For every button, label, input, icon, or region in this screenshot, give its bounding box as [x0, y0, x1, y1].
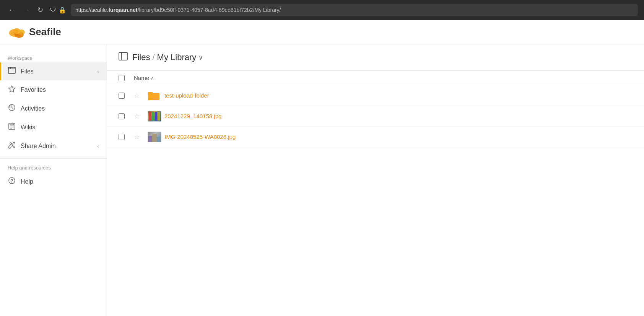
svg-point-16	[14, 147, 15, 148]
image-thumbnail-2	[148, 132, 161, 142]
activities-icon	[8, 104, 16, 113]
breadcrumb-current: My Library ∨	[157, 52, 203, 62]
image-thumbnail-1	[148, 111, 161, 122]
sidebar-files-label: Files	[21, 68, 34, 75]
help-section-label: Help and resources	[0, 162, 107, 172]
svg-rect-9	[9, 123, 15, 129]
files-icon	[8, 67, 16, 76]
seafile-logo-icon	[8, 24, 26, 40]
folder-icon-col	[148, 91, 164, 101]
files-chevron: ‹	[97, 68, 99, 75]
star-icon-3[interactable]: ☆	[134, 133, 140, 141]
sidebar-item-share-admin[interactable]: Share Admin ‹	[0, 137, 107, 155]
file-row[interactable]: ☆ IMG-20240525-WA0026.	[107, 127, 644, 147]
share-admin-chevron: ‹	[97, 143, 99, 149]
app-container: Seafile Workspace Files ‹	[0, 20, 644, 316]
svg-marker-7	[9, 86, 15, 92]
lock-icon: 🔒	[59, 7, 66, 14]
star-col-3: ☆	[134, 133, 148, 141]
svg-rect-21	[119, 52, 127, 60]
main-layout: Workspace Files ‹	[0, 44, 644, 316]
sidebar-wikis-label: Wikis	[21, 124, 35, 131]
folder-icon	[148, 91, 160, 101]
logo-text: Seafile	[29, 26, 61, 38]
table-header-row: Name ∧	[107, 71, 644, 85]
breadcrumb-library[interactable]: My Library	[157, 52, 197, 62]
image-icon-col-2	[148, 132, 164, 142]
sidebar-item-favorites[interactable]: Favorites	[0, 80, 107, 99]
file-row[interactable]: ☆ 202	[107, 106, 644, 127]
breadcrumb-files[interactable]: Files	[132, 52, 150, 62]
svg-line-17	[11, 143, 14, 144]
library-grid-icon	[119, 52, 128, 63]
row-checkbox-col	[119, 113, 134, 119]
breadcrumb: Files / My Library ∨	[132, 52, 203, 62]
select-all-checkbox[interactable]	[119, 75, 125, 81]
url-prefix: https://seafile.	[75, 7, 108, 13]
workspace-label: Workspace	[0, 52, 107, 62]
url-path: /library/bd9e50ff-0371-4057-8ad4-69ed61b…	[138, 7, 281, 13]
back-button[interactable]: ←	[6, 5, 18, 15]
sidebar-share-admin-label: Share Admin	[21, 143, 56, 150]
sort-arrow-icon: ∧	[151, 75, 154, 81]
row-checkbox-1[interactable]	[119, 93, 125, 99]
sidebar-activities-label: Activities	[21, 105, 45, 112]
wikis-icon	[8, 122, 16, 132]
file-name-link-1[interactable]: test-upload-folder	[164, 92, 209, 99]
sidebar-divider	[0, 158, 107, 159]
row-checkbox-3[interactable]	[119, 134, 125, 140]
sidebar-item-help[interactable]: ? Help	[0, 172, 107, 191]
logo-area[interactable]: Seafile	[8, 24, 61, 40]
breadcrumb-separator: /	[152, 52, 154, 62]
name-header-label: Name	[134, 75, 149, 81]
star-icon-2[interactable]: ☆	[134, 112, 140, 121]
sidebar: Workspace Files ‹	[0, 44, 107, 316]
row-checkbox-col	[119, 93, 134, 99]
sidebar-item-activities[interactable]: Activities	[0, 99, 107, 118]
sidebar-favorites-label: Favorites	[21, 86, 46, 93]
sidebar-help-label: Help	[21, 178, 33, 185]
file-name-col-3: IMG-20240525-WA0026.jpg	[164, 134, 633, 140]
header-checkbox-col	[119, 75, 134, 81]
share-admin-icon	[8, 141, 16, 151]
url-domain: furqaan.net	[108, 7, 137, 13]
file-name-col-2: 20241229_140158.jpg	[164, 113, 633, 119]
file-name-link-3[interactable]: IMG-20240525-WA0026.jpg	[164, 134, 236, 140]
reload-button[interactable]: ↻	[35, 5, 46, 15]
breadcrumb-dropdown[interactable]: ∨	[198, 54, 203, 61]
file-table: Name ∧ ☆	[107, 71, 644, 147]
row-checkbox-2[interactable]	[119, 113, 125, 119]
file-name-link-2[interactable]: 20241229_140158.jpg	[164, 113, 221, 119]
svg-point-15	[14, 142, 15, 143]
app-header: Seafile	[0, 20, 644, 44]
forward-button[interactable]: →	[21, 5, 32, 15]
row-checkbox-col	[119, 134, 134, 140]
star-col-1: ☆	[134, 91, 148, 100]
help-icon: ?	[8, 177, 16, 186]
sidebar-item-wikis[interactable]: Wikis	[0, 118, 107, 137]
file-name-col-1: test-upload-folder	[164, 92, 633, 99]
image-icon-col-1	[148, 111, 164, 122]
content-area: Files / My Library ∨ Name	[107, 44, 644, 316]
header-name-col[interactable]: Name ∧	[134, 75, 633, 81]
nav-buttons: ← → ↻	[6, 5, 46, 15]
shield-icon: 🛡	[50, 7, 56, 13]
star-col-2: ☆	[134, 112, 148, 121]
svg-rect-4	[8, 67, 15, 73]
security-icons: 🛡 🔒	[50, 7, 66, 14]
address-bar[interactable]: https://seafile.furqaan.net/library/bd9e…	[71, 4, 638, 16]
browser-chrome: ← → ↻ 🛡 🔒 https://seafile.furqaan.net/li…	[0, 0, 644, 20]
content-header: Files / My Library ∨	[107, 44, 644, 71]
favorites-icon	[8, 85, 16, 94]
star-icon-1[interactable]: ☆	[134, 91, 140, 100]
file-row[interactable]: ☆ test-upload-folder	[107, 85, 644, 106]
sidebar-item-files[interactable]: Files ‹	[0, 62, 107, 80]
svg-text:?: ?	[10, 178, 13, 184]
